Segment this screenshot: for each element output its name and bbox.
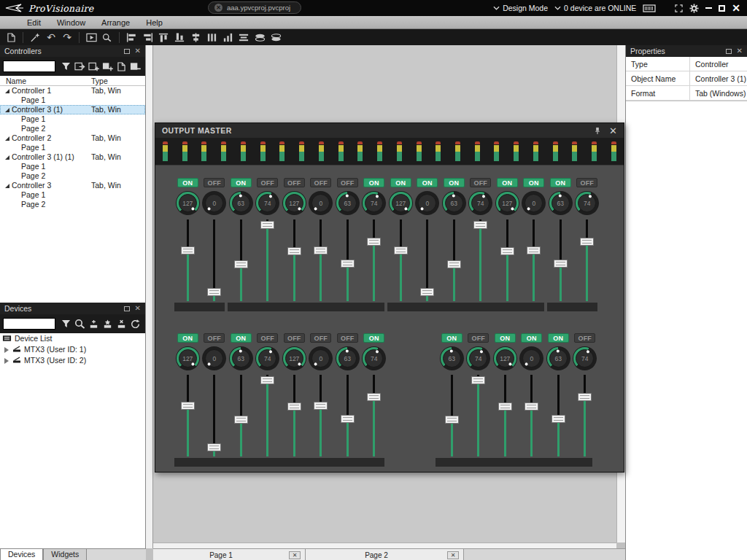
fader-handle[interactable] bbox=[314, 402, 328, 410]
level-knob[interactable]: 74 bbox=[255, 191, 279, 215]
power-button[interactable]: ON bbox=[548, 333, 569, 343]
import-page-icon[interactable] bbox=[73, 58, 86, 74]
power-button[interactable]: ON bbox=[231, 178, 252, 187]
controllers-search-input[interactable] bbox=[3, 61, 55, 72]
select-tool-icon[interactable] bbox=[27, 31, 43, 44]
fader[interactable] bbox=[233, 219, 249, 301]
power-button[interactable]: OFF bbox=[337, 178, 358, 187]
fader-handle[interactable] bbox=[445, 416, 459, 424]
close-icon[interactable]: ✕ bbox=[609, 125, 617, 136]
center-strip-icon[interactable] bbox=[236, 31, 252, 44]
controller-tree-row[interactable]: Controller 2Tab, Win bbox=[0, 133, 145, 143]
fader-handle[interactable] bbox=[498, 402, 512, 411]
level-knob[interactable]: 127 bbox=[495, 191, 519, 215]
search-icon[interactable] bbox=[73, 316, 86, 332]
fullscreen-icon[interactable] bbox=[675, 4, 683, 12]
align-right-icon[interactable] bbox=[139, 31, 155, 44]
float-panel-icon[interactable] bbox=[124, 306, 130, 311]
fader-handle[interactable] bbox=[287, 402, 301, 411]
online-status-dropdown[interactable]: 0 device are ONLINE bbox=[554, 4, 636, 12]
level-knob[interactable]: 127 bbox=[493, 346, 517, 370]
power-button[interactable]: OFF bbox=[284, 178, 305, 187]
favorite-device-icon[interactable] bbox=[101, 316, 115, 332]
controller-tree-row[interactable]: Page 1 bbox=[0, 143, 145, 152]
fader[interactable] bbox=[340, 375, 355, 456]
fader[interactable] bbox=[498, 375, 513, 456]
meter-bars-icon[interactable] bbox=[220, 31, 236, 44]
expander-icon[interactable] bbox=[5, 155, 9, 160]
close-icon[interactable]: ✕ bbox=[732, 3, 740, 13]
fader-handle[interactable] bbox=[527, 246, 541, 254]
fader[interactable] bbox=[180, 375, 196, 456]
level-knob[interactable]: 127 bbox=[282, 191, 306, 215]
level-knob[interactable]: 74 bbox=[575, 191, 599, 215]
power-button[interactable]: OFF bbox=[470, 178, 491, 187]
maximize-icon[interactable] bbox=[719, 5, 725, 12]
align-center-vertical-icon[interactable] bbox=[187, 31, 204, 44]
fader-handle[interactable] bbox=[367, 393, 381, 401]
devices-search-input[interactable] bbox=[3, 318, 55, 330]
new-document-icon[interactable] bbox=[3, 31, 19, 44]
add-page-icon[interactable] bbox=[101, 58, 115, 74]
page-tab[interactable]: Page 1✕ bbox=[153, 549, 306, 560]
fader-handle[interactable] bbox=[287, 247, 301, 255]
float-panel-icon[interactable] bbox=[124, 49, 130, 54]
level-knob[interactable]: 63 bbox=[336, 346, 360, 370]
fader[interactable] bbox=[579, 219, 595, 301]
expander-icon[interactable] bbox=[5, 108, 9, 112]
output-master-titlebar[interactable]: OUTPUT MASTER ✕ bbox=[155, 123, 624, 138]
controller-tree-row[interactable]: Page 2 bbox=[0, 200, 145, 209]
fader[interactable] bbox=[577, 375, 592, 456]
close-panel-icon[interactable]: ✕ bbox=[135, 47, 141, 55]
document-tab[interactable]: ✕ aaa.ypvcproj.pvcproj bbox=[208, 1, 301, 14]
fader[interactable] bbox=[444, 375, 460, 456]
remove-device-icon[interactable] bbox=[115, 316, 128, 332]
power-button[interactable]: ON bbox=[523, 178, 544, 187]
fader[interactable] bbox=[419, 219, 435, 301]
menu-arrange[interactable]: Arrange bbox=[95, 18, 136, 27]
power-button[interactable]: OFF bbox=[574, 333, 595, 343]
level-knob[interactable]: 74 bbox=[255, 346, 279, 370]
power-button[interactable]: OFF bbox=[204, 333, 225, 343]
page-tab[interactable]: Page 2✕ bbox=[306, 549, 464, 560]
power-button[interactable]: ON bbox=[417, 178, 438, 187]
controller-tree-row[interactable]: Page 1 bbox=[0, 190, 145, 200]
fader-handle[interactable] bbox=[420, 288, 434, 296]
power-button[interactable]: ON bbox=[363, 333, 384, 343]
close-panel-icon[interactable]: ✕ bbox=[737, 47, 743, 55]
controller-tree-row[interactable]: Page 2 bbox=[0, 171, 145, 181]
fader-handle[interactable] bbox=[367, 238, 381, 246]
fader[interactable] bbox=[206, 375, 222, 456]
power-button[interactable]: ON bbox=[390, 178, 411, 187]
fader[interactable] bbox=[287, 375, 302, 456]
level-knob[interactable]: 127 bbox=[176, 346, 200, 370]
level-knob[interactable]: 63 bbox=[549, 191, 573, 215]
controller-tree-row[interactable]: Page 1 bbox=[0, 96, 145, 105]
fader-handle[interactable] bbox=[554, 260, 568, 268]
panel-splitter[interactable] bbox=[146, 45, 153, 548]
fader-handle[interactable] bbox=[551, 415, 565, 423]
fader-handle[interactable] bbox=[234, 260, 248, 268]
power-button[interactable]: ON bbox=[363, 178, 384, 187]
fader-handle[interactable] bbox=[207, 443, 221, 451]
fader[interactable] bbox=[313, 375, 328, 456]
pin-icon[interactable] bbox=[595, 127, 600, 135]
canvas-horizontal-scrollbar[interactable] bbox=[153, 542, 616, 548]
fader-handle[interactable] bbox=[525, 402, 538, 411]
fader[interactable] bbox=[180, 219, 196, 301]
device-tree-row[interactable]: MTX3 (User ID: 1) bbox=[0, 344, 145, 355]
lan-icon[interactable] bbox=[643, 4, 656, 12]
fader[interactable] bbox=[260, 219, 275, 301]
level-knob[interactable]: 74 bbox=[573, 346, 597, 370]
level-knob[interactable]: 63 bbox=[336, 191, 360, 215]
fader[interactable] bbox=[471, 375, 486, 456]
power-button[interactable]: OFF bbox=[284, 333, 305, 343]
level-knob[interactable]: 0 bbox=[202, 346, 226, 370]
filter-icon[interactable] bbox=[59, 58, 72, 74]
power-button[interactable]: ON bbox=[521, 333, 542, 343]
level-knob[interactable]: 74 bbox=[362, 346, 386, 370]
power-button[interactable]: OFF bbox=[468, 333, 489, 343]
close-panel-icon[interactable]: ✕ bbox=[135, 305, 141, 312]
fader[interactable] bbox=[366, 375, 382, 456]
fader-handle[interactable] bbox=[181, 246, 195, 254]
